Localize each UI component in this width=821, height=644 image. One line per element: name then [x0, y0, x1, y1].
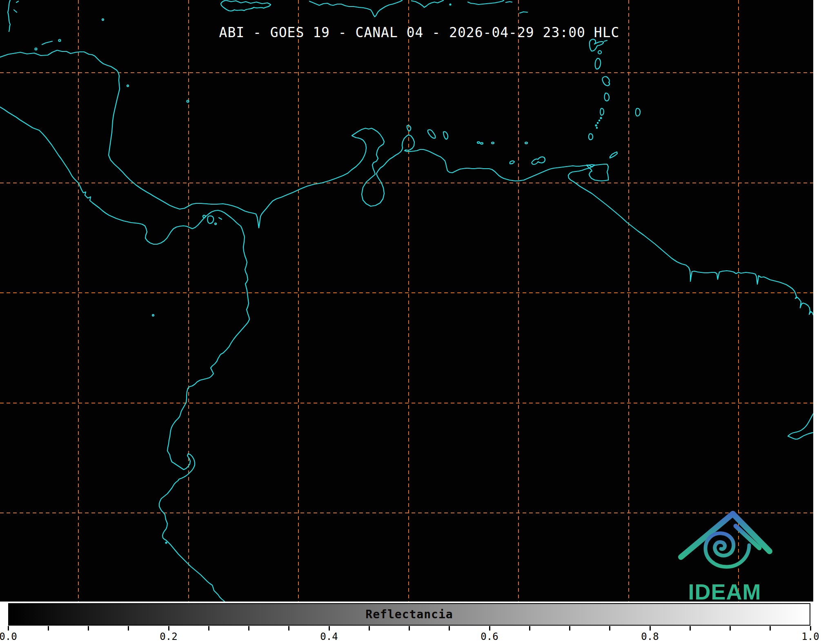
- colorbar-tick-label: 0.0: [0, 631, 17, 642]
- island-bonaire: [443, 131, 448, 139]
- island-roatan: [42, 41, 52, 45]
- island-grenadine-5: [596, 127, 597, 128]
- colorbar-tick: [569, 626, 570, 631]
- island-grenadine-3: [597, 123, 598, 123]
- colorbar-tick-label: 1.0: [801, 631, 819, 642]
- island-st-croix: [520, 12, 527, 13]
- coast-amazon-mouth: [788, 414, 813, 439]
- colorbar-tick: [329, 626, 330, 631]
- colorbar-tick: [288, 626, 289, 631]
- island-pearl-3: [219, 218, 222, 219]
- island-utila: [35, 48, 37, 50]
- colorbar-tick: [529, 626, 530, 631]
- island-las-aves: [477, 142, 480, 143]
- island-la-plata: [166, 542, 167, 544]
- colorbar-tick: [690, 626, 691, 631]
- island-desirade: [604, 40, 607, 41]
- colorbar-tick: [248, 626, 249, 631]
- colorbar-tick-label: 0.2: [160, 631, 177, 642]
- colorbar-tick: [48, 626, 49, 631]
- island-isla-del-rey: [207, 216, 214, 223]
- colorbar-tick: [168, 626, 169, 631]
- colorbar-tick: [8, 626, 9, 631]
- island-guanaja: [59, 40, 61, 42]
- colorbar-tick: [730, 626, 731, 631]
- island-guadeloupe: [590, 39, 603, 51]
- satellite-map-canvas: ABI - GOES 19 - CANAL 04 - 2026-04-29 23…: [0, 0, 813, 602]
- island-barbados: [636, 108, 640, 116]
- island-puerto-rico: [468, 0, 504, 4]
- colorbar-tick: [369, 626, 370, 631]
- colorbar-tick-label: 0.8: [641, 631, 659, 642]
- island-malpelo: [152, 314, 154, 316]
- ideam-logo-text: IDEAM: [688, 579, 761, 602]
- island-la-orchila: [525, 142, 527, 144]
- island-los-roques-1: [481, 143, 483, 144]
- island-hispaniola-east: [412, 0, 443, 7]
- colorbar-tick: [88, 626, 89, 631]
- coast-pacific-mainland: [0, 107, 249, 602]
- ideam-mountain-spiral-icon: [674, 506, 776, 578]
- island-dominica: [595, 58, 601, 69]
- island-grenada: [589, 134, 593, 140]
- island-la-tortuga: [510, 161, 514, 164]
- island-st-vincent: [600, 108, 604, 115]
- map-title: ABI - GOES 19 - CANAL 04 - 2026-04-29 23…: [219, 25, 620, 40]
- island-grenadine-2: [599, 120, 600, 121]
- colorbar-tick: [609, 626, 610, 631]
- colorbar-tick: [208, 626, 209, 631]
- colorbar-tick: [128, 626, 129, 631]
- island-jamaica: [221, 0, 271, 11]
- island-marie-galante: [598, 51, 601, 54]
- island-swan: [102, 19, 104, 20]
- colorbar-label: Reflectancia: [365, 608, 453, 621]
- colorbar-tick: [489, 626, 490, 631]
- island-st-lucia: [605, 93, 609, 101]
- island-trinidad: [587, 164, 608, 181]
- island-grenadine-4: [596, 125, 597, 126]
- coast-belize-cay: [14, 1, 18, 12]
- island-margarita: [532, 157, 545, 164]
- island-los-roques-2: [492, 142, 494, 144]
- colorbar-tick: [810, 626, 811, 631]
- goes-satellite-image-figure: { "title": "ABI - GOES 19 - CANAL 04 - 2…: [0, 0, 821, 644]
- island-pearl-2: [215, 223, 216, 225]
- island-pearl-1: [203, 215, 205, 218]
- island-grenadine-1: [601, 118, 602, 119]
- island-mona: [450, 4, 451, 5]
- ideam-logo: IDEAM: [674, 506, 776, 602]
- reflectance-colorbar: Reflectancia: [8, 603, 810, 626]
- colorbar-tick: [449, 626, 450, 631]
- colorbar-tick: [409, 626, 410, 631]
- colorbar-tick-label: 0.6: [481, 631, 498, 642]
- island-martinique: [602, 77, 610, 86]
- coast-belize-fragments: [8, 0, 10, 31]
- island-providencia: [187, 100, 189, 103]
- island-vieques: [506, 2, 512, 2]
- colorbar-tick: [650, 626, 651, 631]
- island-miskito-cay: [127, 85, 129, 87]
- colorbar-tick-label: 0.4: [320, 631, 338, 642]
- island-tobago: [610, 152, 617, 158]
- island-curacao: [428, 130, 436, 138]
- island-hispaniola-west: [309, 0, 402, 17]
- colorbar-tick: [770, 626, 771, 631]
